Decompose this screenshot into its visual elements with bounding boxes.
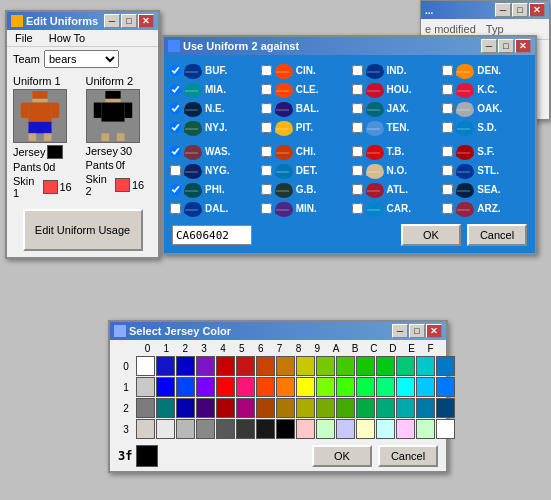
team-checkbox[interactable] xyxy=(261,84,272,95)
team-checkbox[interactable] xyxy=(442,165,453,176)
sc-cancel-button[interactable]: Cancel xyxy=(378,445,438,467)
color-cell[interactable] xyxy=(336,419,355,439)
team-checkbox[interactable] xyxy=(170,84,181,95)
color-cell[interactable] xyxy=(216,398,235,418)
color-cell[interactable] xyxy=(136,419,155,439)
color-cell[interactable] xyxy=(176,356,195,376)
team-checkbox[interactable] xyxy=(170,103,181,114)
color-cell[interactable] xyxy=(256,398,275,418)
color-cell[interactable] xyxy=(276,398,295,418)
team-checkbox[interactable] xyxy=(352,203,363,214)
color-cell[interactable] xyxy=(296,419,315,439)
sc-minimize[interactable]: ─ xyxy=(392,324,408,338)
team-checkbox[interactable] xyxy=(261,184,272,195)
team-checkbox[interactable] xyxy=(261,165,272,176)
uniform2-skin2-swatch[interactable] xyxy=(115,178,130,192)
team-checkbox[interactable] xyxy=(442,122,453,133)
color-cell[interactable] xyxy=(296,356,315,376)
color-cell[interactable] xyxy=(356,356,375,376)
color-cell[interactable] xyxy=(216,356,235,376)
color-cell[interactable] xyxy=(296,377,315,397)
sc-maximize[interactable]: □ xyxy=(409,324,425,338)
color-cell[interactable] xyxy=(236,356,255,376)
color-cell[interactable] xyxy=(376,398,395,418)
color-cell[interactable] xyxy=(156,356,175,376)
menu-howto[interactable]: How To xyxy=(45,31,89,45)
color-cell[interactable] xyxy=(176,377,195,397)
color-cell[interactable] xyxy=(436,419,455,439)
color-cell[interactable] xyxy=(236,377,255,397)
sc-close[interactable]: ✕ xyxy=(426,324,442,338)
color-cell[interactable] xyxy=(236,398,255,418)
color-cell[interactable] xyxy=(136,377,155,397)
color-cell[interactable] xyxy=(396,398,415,418)
color-cell[interactable] xyxy=(236,419,255,439)
bg-maximize[interactable]: □ xyxy=(512,3,528,17)
color-cell[interactable] xyxy=(276,356,295,376)
team-checkbox[interactable] xyxy=(170,122,181,133)
color-cell[interactable] xyxy=(196,398,215,418)
edit-usage-button[interactable]: Edit Uniform Usage xyxy=(23,209,143,251)
color-cell[interactable] xyxy=(336,398,355,418)
color-cell[interactable] xyxy=(416,398,435,418)
team-checkbox[interactable] xyxy=(170,203,181,214)
color-cell[interactable] xyxy=(356,419,375,439)
team-checkbox[interactable] xyxy=(170,184,181,195)
color-cell[interactable] xyxy=(156,398,175,418)
team-checkbox[interactable] xyxy=(352,65,363,76)
color-cell[interactable] xyxy=(196,419,215,439)
color-cell[interactable] xyxy=(356,398,375,418)
color-cell[interactable] xyxy=(276,377,295,397)
color-cell[interactable] xyxy=(136,356,155,376)
bg-close[interactable]: ✕ xyxy=(529,3,545,17)
uu-close[interactable]: ✕ xyxy=(515,39,531,53)
team-checkbox[interactable] xyxy=(352,165,363,176)
team-checkbox[interactable] xyxy=(442,84,453,95)
menu-file[interactable]: File xyxy=(11,31,37,45)
team-checkbox[interactable] xyxy=(442,184,453,195)
hex-input[interactable] xyxy=(172,225,252,245)
uu-cancel-button[interactable]: Cancel xyxy=(467,224,527,246)
color-cell[interactable] xyxy=(396,419,415,439)
uniform1-skin1-swatch[interactable] xyxy=(43,180,58,194)
color-cell[interactable] xyxy=(136,398,155,418)
color-cell[interactable] xyxy=(196,356,215,376)
team-checkbox[interactable] xyxy=(352,146,363,157)
color-cell[interactable] xyxy=(176,398,195,418)
color-cell[interactable] xyxy=(316,398,335,418)
team-checkbox[interactable] xyxy=(170,146,181,157)
color-cell[interactable] xyxy=(396,356,415,376)
eu-maximize[interactable]: □ xyxy=(121,14,137,28)
team-checkbox[interactable] xyxy=(352,122,363,133)
uu-maximize[interactable]: □ xyxy=(498,39,514,53)
color-cell[interactable] xyxy=(396,377,415,397)
eu-minimize[interactable]: ─ xyxy=(104,14,120,28)
team-checkbox[interactable] xyxy=(261,122,272,133)
color-cell[interactable] xyxy=(416,377,435,397)
team-select[interactable]: bears xyxy=(44,50,119,68)
team-checkbox[interactable] xyxy=(170,65,181,76)
color-cell[interactable] xyxy=(156,377,175,397)
color-cell[interactable] xyxy=(316,377,335,397)
uu-ok-button[interactable]: OK xyxy=(401,224,461,246)
color-cell[interactable] xyxy=(296,398,315,418)
bg-minimize[interactable]: ─ xyxy=(495,3,511,17)
color-cell[interactable] xyxy=(256,419,275,439)
eu-close[interactable]: ✕ xyxy=(138,14,154,28)
color-cell[interactable] xyxy=(256,356,275,376)
color-cell[interactable] xyxy=(196,377,215,397)
color-cell[interactable] xyxy=(316,419,335,439)
team-checkbox[interactable] xyxy=(442,103,453,114)
color-cell[interactable] xyxy=(216,377,235,397)
team-checkbox[interactable] xyxy=(442,65,453,76)
color-cell[interactable] xyxy=(356,377,375,397)
team-checkbox[interactable] xyxy=(261,146,272,157)
color-cell[interactable] xyxy=(276,419,295,439)
color-cell[interactable] xyxy=(336,377,355,397)
team-checkbox[interactable] xyxy=(261,65,272,76)
team-checkbox[interactable] xyxy=(261,203,272,214)
color-cell[interactable] xyxy=(376,377,395,397)
team-checkbox[interactable] xyxy=(352,84,363,95)
color-cell[interactable] xyxy=(216,419,235,439)
color-cell[interactable] xyxy=(416,356,435,376)
